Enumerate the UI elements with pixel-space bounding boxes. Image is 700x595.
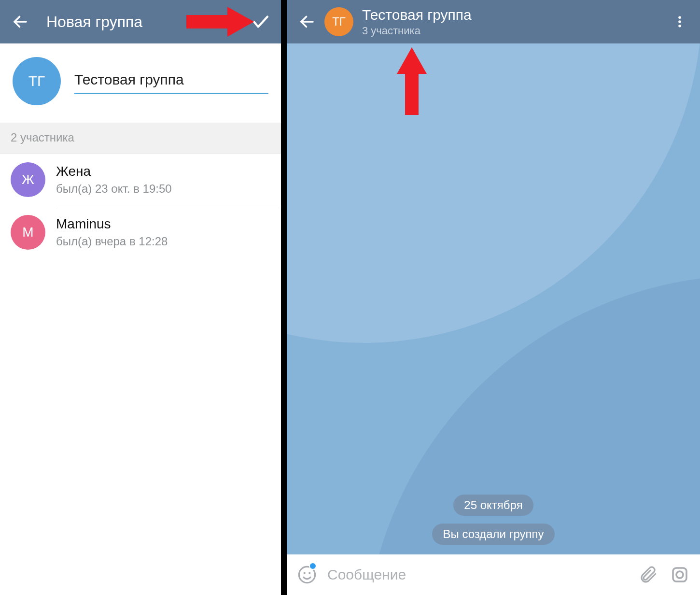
pane-chat: ТГ Тестовая группа 3 участника 25 октябр… [287, 0, 700, 595]
attach-button[interactable] [636, 563, 659, 586]
more-vertical-icon [672, 14, 687, 29]
chat-background[interactable]: 25 октября Вы создали группу [287, 43, 700, 554]
member-name: Maminus [56, 216, 168, 232]
page-title: Новая группа [46, 13, 142, 31]
system-bubble: Вы создали группу [432, 524, 554, 545]
group-name-input[interactable] [74, 69, 268, 94]
group-avatar[interactable]: ТГ [13, 57, 61, 105]
pane-new-group: Новая группа ТГ 2 участника ЖЖенабыл(а) … [0, 0, 287, 595]
members-count-header: 2 участника [0, 123, 281, 154]
member-row[interactable]: ЖЖенабыл(а) 23 окт. в 19:50 [0, 154, 281, 206]
arrow-left-icon [12, 13, 29, 30]
chat-avatar: ТГ [324, 7, 353, 36]
confirm-button[interactable] [249, 10, 272, 33]
group-name-section: ТГ [0, 43, 281, 123]
topbar-right: ТГ Тестовая группа 3 участника [287, 0, 700, 43]
member-avatar: Ж [11, 162, 45, 197]
svg-point-9 [676, 571, 683, 578]
back-button[interactable] [9, 10, 32, 33]
svg-point-6 [304, 572, 306, 574]
emoji-notification-dot [309, 562, 317, 570]
svg-rect-8 [673, 568, 686, 581]
member-name: Жена [56, 164, 172, 179]
member-row[interactable]: MMaminusбыл(а) вчера в 12:28 [0, 206, 281, 258]
check-icon [251, 12, 271, 32]
compose-bar: Сообщение [287, 554, 700, 595]
record-icon [670, 565, 690, 585]
arrow-left-icon [298, 13, 316, 30]
chat-subtitle: 3 участника [362, 25, 472, 37]
topbar-left: Новая группа [0, 0, 281, 43]
svg-point-2 [678, 16, 681, 19]
microphone-button[interactable] [668, 563, 691, 586]
date-bubble: 25 октября [453, 495, 533, 516]
svg-point-3 [678, 20, 681, 23]
paperclip-icon [638, 565, 658, 585]
chat-messages: 25 октября Вы создали группу [287, 495, 700, 545]
more-button[interactable] [668, 10, 691, 33]
svg-point-7 [308, 572, 310, 574]
back-button[interactable] [295, 10, 319, 33]
chat-header-info[interactable]: ТГ Тестовая группа 3 участника [324, 7, 668, 37]
emoji-button[interactable] [295, 563, 319, 586]
svg-point-4 [678, 25, 681, 28]
members-list: ЖЖенабыл(а) 23 окт. в 19:50MMaminusбыл(а… [0, 154, 281, 258]
member-avatar: M [11, 215, 45, 250]
member-status: был(а) 23 окт. в 19:50 [56, 182, 172, 196]
chat-avatar-initials: ТГ [332, 15, 346, 28]
message-input[interactable]: Сообщение [327, 567, 628, 583]
member-status: был(а) вчера в 12:28 [56, 235, 168, 248]
chat-title: Тестовая группа [362, 7, 472, 23]
group-avatar-initials: ТГ [28, 73, 45, 89]
